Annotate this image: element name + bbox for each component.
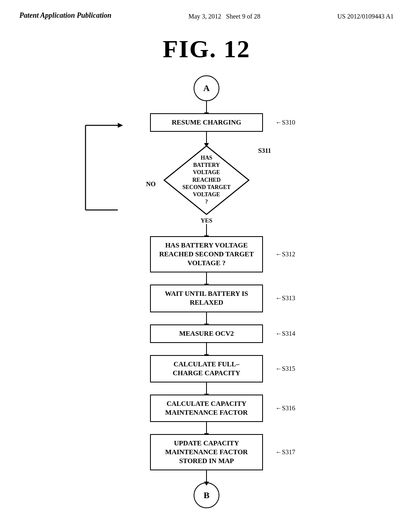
flowchart: A RESUME CHARGING ←S310 S311 NO bbox=[65, 75, 348, 508]
arrow-3 bbox=[206, 224, 207, 236]
step-s312-label: ←S312 bbox=[275, 251, 295, 258]
step-s316: CALCULATE CAPACITYMAINTENANCE FACTOR bbox=[150, 395, 263, 422]
step-s310: RESUME CHARGING bbox=[150, 113, 263, 132]
figure-title: FIG. 12 bbox=[0, 35, 413, 63]
arrow-9 bbox=[206, 470, 207, 482]
yes-label: YES bbox=[194, 217, 219, 224]
step-s314-row: MEASURE OCV2 ←S314 bbox=[150, 324, 263, 343]
step-s316-row: CALCULATE CAPACITYMAINTENANCE FACTOR ←S3… bbox=[150, 395, 263, 422]
diamond-s311: HASBATTERYVOLTAGE REACHEDSECOND TARGETVO… bbox=[162, 144, 251, 216]
step-s315-row: CALCULATE FULL–CHARGE CAPACITY ←S315 bbox=[150, 355, 263, 382]
step-s316-label: ←S316 bbox=[275, 405, 295, 412]
step-s313: WAIT UNTIL BATTERY IS RELAXED bbox=[150, 285, 263, 312]
date: May 3, 2012 bbox=[188, 13, 221, 20]
arrow-8 bbox=[206, 422, 207, 434]
step-s317-row: UPDATE CAPACITYMAINTENANCE FACTORSTORED … bbox=[150, 434, 263, 470]
step-s313-row: WAIT UNTIL BATTERY IS RELAXED ←S313 bbox=[150, 285, 263, 312]
diamond-text-s311: HASBATTERYVOLTAGE REACHEDSECOND TARGETVO… bbox=[178, 154, 235, 206]
connector-b: B bbox=[194, 482, 219, 508]
sheet: Sheet 9 of 28 bbox=[226, 13, 261, 20]
no-label: NO bbox=[146, 181, 156, 188]
arrow-4 bbox=[206, 272, 207, 285]
date-sheet: May 3, 2012 Sheet 9 of 28 bbox=[188, 13, 260, 20]
publication-label: Patent Application Publication bbox=[19, 11, 111, 20]
page-header: Patent Application Publication May 3, 20… bbox=[0, 0, 413, 20]
arrow-7 bbox=[206, 382, 207, 395]
arrow-5 bbox=[206, 312, 207, 324]
step-s314: MEASURE OCV2 bbox=[150, 324, 263, 343]
connector-a: A bbox=[194, 75, 219, 101]
step-s315: CALCULATE FULL–CHARGE CAPACITY bbox=[150, 355, 263, 382]
step-s312-row: HAS BATTERY VOLTAGE REACHED SECOND TARGE… bbox=[150, 236, 263, 272]
step-s313-label: ←S313 bbox=[275, 295, 295, 302]
step-s311-label: S311 bbox=[258, 147, 271, 154]
step-s315-label: ←S315 bbox=[275, 365, 295, 372]
step-s311-container: S311 NO HASBATTERYVOLTAGE REACHEDSECOND … bbox=[138, 144, 275, 224]
step-s310-row: RESUME CHARGING ←S310 bbox=[150, 113, 263, 132]
step-s317-label: ←S317 bbox=[275, 449, 295, 456]
step-s310-label: ←S310 bbox=[275, 119, 295, 126]
step-s314-label: ←S314 bbox=[275, 330, 295, 337]
arrow-1 bbox=[206, 101, 207, 113]
step-s317: UPDATE CAPACITYMAINTENANCE FACTORSTORED … bbox=[150, 434, 263, 470]
step-s312: HAS BATTERY VOLTAGE REACHED SECOND TARGE… bbox=[150, 236, 263, 272]
patent-number: US 2012/0109443 A1 bbox=[337, 13, 394, 20]
arrow-6 bbox=[206, 343, 207, 355]
arrow-2 bbox=[206, 132, 207, 144]
